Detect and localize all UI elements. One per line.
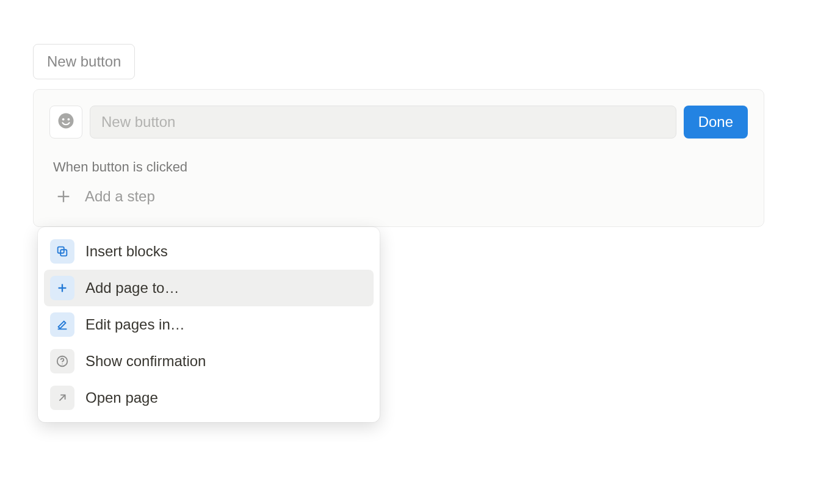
pencil-icon xyxy=(50,312,74,337)
menu-item-add-page-to[interactable]: Add page to… xyxy=(44,270,374,306)
menu-item-label: Edit pages in… xyxy=(85,316,185,333)
svg-point-0 xyxy=(59,113,74,129)
question-circle-icon xyxy=(50,349,74,373)
svg-point-1 xyxy=(62,118,65,121)
done-button-label: Done xyxy=(698,113,733,130)
plus-icon xyxy=(53,186,74,207)
menu-item-label: Show confirmation xyxy=(85,353,206,370)
section-label: When button is clicked xyxy=(49,159,748,175)
emoji-picker-button[interactable] xyxy=(49,106,82,139)
menu-item-insert-blocks[interactable]: Insert blocks xyxy=(44,233,374,270)
svg-point-11 xyxy=(62,364,62,364)
menu-item-show-confirmation[interactable]: Show confirmation xyxy=(44,343,374,380)
insert-blocks-icon xyxy=(50,239,74,264)
add-step-label: Add a step xyxy=(85,188,155,205)
smiley-icon xyxy=(57,112,75,132)
add-step-button[interactable]: Add a step xyxy=(49,182,748,211)
step-type-dropdown: Insert blocks Add page to… Edit pages in… xyxy=(38,227,380,422)
new-button-chip[interactable]: New button xyxy=(33,44,135,79)
config-header-row: Done xyxy=(49,106,748,139)
menu-item-open-page[interactable]: Open page xyxy=(44,380,374,416)
plus-icon xyxy=(50,276,74,300)
menu-item-label: Insert blocks xyxy=(85,243,168,260)
menu-item-label: Add page to… xyxy=(85,279,179,297)
svg-point-2 xyxy=(68,118,70,121)
button-config-panel: Done When button is clicked Add a step xyxy=(33,89,764,227)
menu-item-edit-pages-in[interactable]: Edit pages in… xyxy=(44,306,374,343)
svg-line-12 xyxy=(59,395,65,400)
menu-item-label: Open page xyxy=(85,389,158,406)
button-name-input[interactable] xyxy=(90,106,676,139)
done-button[interactable]: Done xyxy=(684,106,748,139)
new-button-chip-label: New button xyxy=(47,53,121,70)
arrow-up-right-icon xyxy=(50,386,74,410)
